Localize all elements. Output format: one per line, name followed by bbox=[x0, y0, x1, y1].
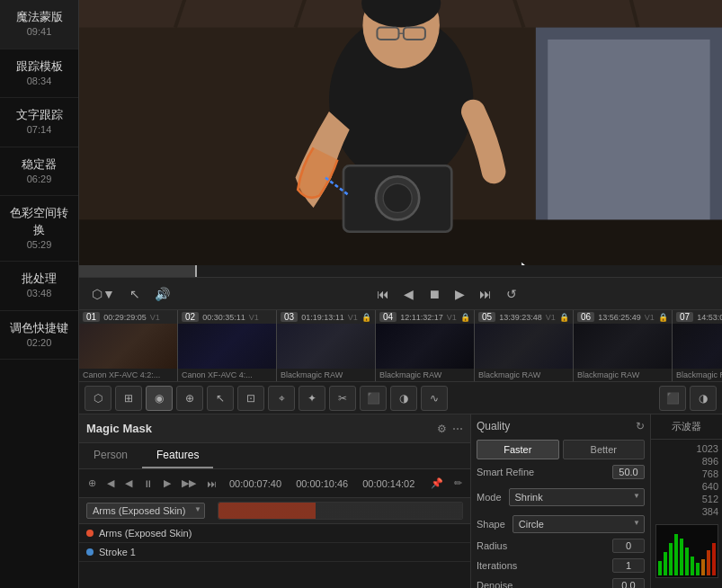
track-name: Stroke 1 bbox=[99, 547, 136, 557]
tab-person[interactable]: Person bbox=[79, 443, 142, 468]
tool-multi[interactable]: ⊕ bbox=[176, 386, 203, 411]
tool-edit[interactable]: ✂ bbox=[329, 386, 356, 411]
sidebar-item-color-space[interactable]: 色彩空间转换 05:29 bbox=[0, 196, 78, 262]
quality-buttons: Faster Better bbox=[477, 440, 645, 459]
play-backward-button[interactable]: ◀ bbox=[121, 476, 136, 491]
track-item-arms[interactable]: Arms (Exposed Skin) bbox=[79, 524, 470, 543]
tool-color[interactable]: ◑ bbox=[390, 386, 417, 411]
loop-button[interactable]: ↺ bbox=[503, 285, 521, 303]
more-icon[interactable]: ⋯ bbox=[452, 423, 463, 435]
lock-icon: 🔒 bbox=[658, 313, 668, 322]
clip-label: Blackmagic RAW bbox=[574, 369, 672, 381]
clip-item-6[interactable]: 06 13:56:25:49 V1 🔒 Blackmagic RAW bbox=[574, 310, 673, 381]
track-selector[interactable]: Arms (Exposed Skin) bbox=[86, 503, 205, 519]
svg-rect-24 bbox=[680, 539, 683, 575]
skip-to-end-button[interactable]: ⏭ bbox=[476, 285, 495, 303]
next-keyframe-button[interactable]: ▶▶ bbox=[178, 476, 200, 491]
clip-item-5[interactable]: 05 13:39:23:48 V1 🔒 Blackmagic RAW bbox=[475, 310, 574, 381]
mask-tabs: Person Features bbox=[79, 443, 470, 469]
histogram-values: 1023 896 768 640 512 384 bbox=[651, 440, 722, 521]
svg-rect-30 bbox=[712, 543, 716, 575]
sidebar-item-time: 08:34 bbox=[5, 75, 73, 88]
prev-keyframe-button[interactable]: ◀ bbox=[103, 476, 118, 491]
play-button[interactable]: ▶ bbox=[451, 285, 468, 303]
quality-panel: Quality ↻ Faster Better Smart Refine 50.… bbox=[470, 414, 650, 588]
svg-rect-29 bbox=[707, 550, 710, 575]
track-item-stroke[interactable]: Stroke 1 bbox=[79, 543, 470, 562]
mask-panel-area: Magic Mask ⚙ ⋯ Person Features ⊕ ◀ ◀ ⏸ ▶… bbox=[79, 414, 722, 588]
clip-item-4[interactable]: 04 12:11:32:17 V1 🔒 Blackmagic RAW bbox=[376, 310, 475, 381]
sidebar-item-title: 跟踪模板 bbox=[5, 58, 73, 75]
clip-item-1[interactable]: 01 00:29:29:05 V1 Canon XF-AVC 4:2:... bbox=[79, 310, 178, 381]
sidebar-item-color-shortcut[interactable]: 调色快捷键 02:20 bbox=[0, 311, 78, 361]
edit-button[interactable]: ✏ bbox=[450, 476, 466, 491]
tool-paint[interactable]: ⬛ bbox=[360, 386, 387, 411]
lock-icon: 🔒 bbox=[559, 313, 569, 322]
mask-tool-button[interactable]: ⬡▼ bbox=[88, 285, 119, 303]
radius-row: Radius 0 bbox=[477, 539, 645, 553]
video-canvas bbox=[79, 0, 722, 265]
sidebar-item-stabilizer[interactable]: 稳定器 06:29 bbox=[0, 147, 78, 197]
sidebar-item-time: 02:20 bbox=[5, 336, 73, 350]
video-preview bbox=[79, 0, 722, 265]
sidebar-item-tracking-template[interactable]: 跟踪模板 08:34 bbox=[0, 49, 78, 99]
stop-button[interactable]: ⏹ bbox=[424, 285, 444, 303]
skip-to-start-button[interactable]: ⏮ bbox=[373, 285, 393, 303]
svg-rect-21 bbox=[664, 552, 667, 575]
mode-dropdown[interactable]: Shrink Expand Normal bbox=[509, 488, 645, 506]
tool-transform[interactable]: ⌖ bbox=[268, 386, 295, 411]
clip-num: 02 bbox=[182, 312, 199, 322]
tool-crop[interactable]: ⊡ bbox=[237, 386, 264, 411]
lock-icon: 🔒 bbox=[361, 313, 371, 322]
tool-select-2[interactable]: ↖ bbox=[207, 386, 234, 411]
svg-rect-25 bbox=[685, 548, 689, 575]
better-button[interactable]: Better bbox=[563, 440, 646, 459]
histogram-title: 示波器 bbox=[651, 414, 722, 440]
clip-timeline: 01 00:29:29:05 V1 Canon XF-AVC 4:2:... 0… bbox=[79, 310, 722, 382]
audio-button[interactable]: 🔊 bbox=[151, 285, 174, 303]
clip-item-3[interactable]: 03 01:19:13:11 V1 🔒 Blackmagic RAW bbox=[277, 310, 376, 381]
faster-button[interactable]: Faster bbox=[477, 440, 559, 459]
track-color bbox=[86, 530, 94, 537]
tool-select[interactable]: ↖ bbox=[126, 285, 144, 303]
clip-label: Blackmagic RAW bbox=[475, 369, 573, 381]
tool-row: ⬡ ⊞ ◉ ⊕ ↖ ⊡ ⌖ ✦ ✂ ⬛ ◑ ∿ ⬛ ◑ bbox=[79, 382, 722, 414]
sidebar-item-batch-process[interactable]: 批处理 03:48 bbox=[0, 262, 78, 311]
sidebar-item-time: 09:41 bbox=[5, 25, 73, 39]
tool-circle[interactable]: ◉ bbox=[146, 386, 173, 411]
clip-thumbnail bbox=[574, 324, 672, 369]
clip-timecode: 00:29:29:05 bbox=[103, 313, 147, 322]
lock-icon: 🔒 bbox=[460, 313, 470, 322]
tab-features[interactable]: Features bbox=[142, 443, 213, 468]
pause-button[interactable]: ⏸ bbox=[139, 477, 156, 491]
shape-dropdown[interactable]: Circle Rectangle Freeform bbox=[513, 515, 645, 533]
sidebar-item-time: 07:14 bbox=[5, 123, 73, 137]
timeline-scrubber[interactable] bbox=[79, 265, 722, 278]
tool-spline[interactable]: ∿ bbox=[421, 386, 448, 411]
tool-effects[interactable]: ✦ bbox=[299, 386, 325, 411]
track-color bbox=[86, 548, 94, 556]
pin-button[interactable]: 📌 bbox=[427, 476, 447, 491]
sidebar: 魔法蒙版 09:41 跟踪模板 08:34 文字跟踪 07:14 稳定器 06:… bbox=[0, 0, 79, 588]
add-keyframe-button[interactable]: ⊕ bbox=[85, 476, 100, 491]
denoise-label: Denoise bbox=[477, 580, 513, 588]
tool-more-1[interactable]: ⬛ bbox=[659, 386, 686, 411]
tool-grid[interactable]: ⊞ bbox=[115, 386, 142, 411]
tool-more-2[interactable]: ◑ bbox=[690, 386, 717, 411]
play-forward-button[interactable]: ▶ bbox=[160, 476, 174, 491]
last-frame-button[interactable]: ⏭ bbox=[203, 477, 220, 491]
sidebar-item-magic-mask[interactable]: 魔法蒙版 09:41 bbox=[0, 0, 78, 49]
clip-thumbnail bbox=[475, 324, 573, 369]
v-label: V1 bbox=[645, 313, 655, 322]
clip-item-7[interactable]: 07 14:53:0... V1 🔒 Blackmagic RAW bbox=[673, 310, 722, 381]
tool-magic-mask[interactable]: ⬡ bbox=[85, 386, 111, 411]
svg-rect-23 bbox=[674, 534, 678, 575]
hist-val-3: 768 bbox=[655, 468, 718, 479]
svg-rect-26 bbox=[691, 557, 694, 575]
refresh-icon[interactable]: ↻ bbox=[636, 420, 645, 432]
sidebar-item-text-tracking[interactable]: 文字跟踪 07:14 bbox=[0, 98, 78, 147]
clip-item-2[interactable]: 02 00:30:35:11 V1 Canon XF-AVC 4:... bbox=[178, 310, 277, 381]
sidebar-item-title: 稳定器 bbox=[5, 156, 73, 173]
step-back-button[interactable]: ◀ bbox=[400, 285, 417, 303]
settings-icon[interactable]: ⚙ bbox=[437, 423, 447, 435]
